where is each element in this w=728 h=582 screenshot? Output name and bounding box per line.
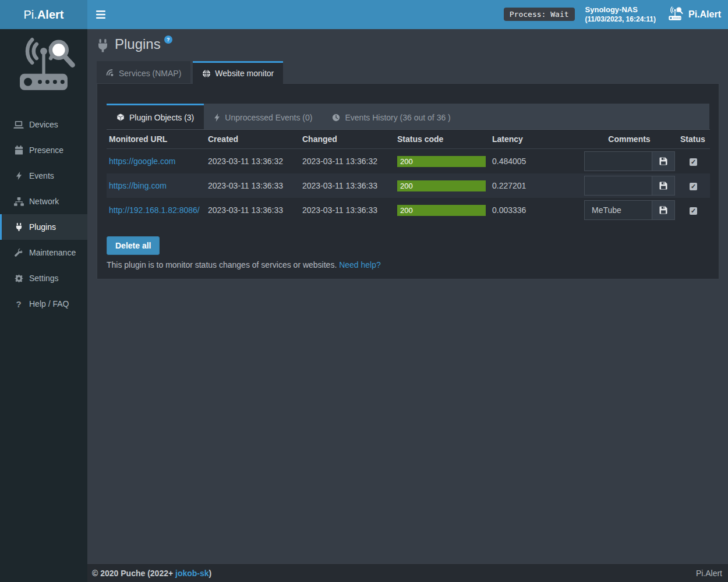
tab-plugin-objects[interactable]: Plugin Objects (3)	[107, 104, 204, 129]
wrench-icon	[13, 249, 24, 257]
bolt-icon	[13, 171, 24, 180]
latency-cell: 0.227201	[490, 173, 582, 198]
sitemap-icon	[13, 197, 24, 206]
comment-input[interactable]	[585, 201, 652, 219]
sidebar-item-label: Settings	[29, 274, 59, 283]
comment-input-group	[584, 200, 675, 220]
brand-logo-bold: Alert	[37, 8, 64, 22]
brand-logo[interactable]: Pi.Alert	[0, 0, 87, 29]
page-title: Plugins	[115, 37, 161, 51]
monitored-url-link[interactable]: https://google.com	[109, 157, 175, 166]
main-content: Plugins ? Services (NMAP) Website monito…	[87, 29, 728, 563]
col-header-monitored-url: Monitored URL	[107, 130, 206, 149]
status-checkbox[interactable]	[690, 158, 697, 166]
sidebar-item-devices[interactable]: Devices	[0, 112, 87, 137]
sidebar: Devices Presence Events Network	[0, 29, 87, 582]
col-header-comments: Comments	[582, 130, 678, 149]
tab-label: Services (NMAP)	[119, 69, 181, 78]
latency-cell: 0.484005	[490, 149, 582, 174]
sidebar-item-label: Help / FAQ	[29, 299, 69, 308]
sidebar-item-network[interactable]: Network	[0, 189, 87, 214]
sidebar-item-label: Events	[29, 171, 54, 180]
topbar-brand[interactable]: Pi.Alert	[666, 6, 721, 22]
laptop-icon	[13, 120, 24, 129]
sidebar-item-label: Network	[29, 197, 59, 206]
sidebar-item-label: Devices	[29, 120, 58, 129]
host-info: Synology-NAS (11/03/2023, 16:24:11)	[585, 5, 656, 24]
floppy-save-icon	[659, 157, 667, 165]
sidebar-item-maintenance[interactable]: Maintenance	[0, 240, 87, 265]
pialert-app: Pi.Alert Process: Wait Synology-NAS (11/…	[0, 0, 728, 582]
topbar-nav: Process: Wait Synology-NAS (11/03/2023, …	[87, 0, 728, 29]
need-help-link[interactable]: Need help?	[339, 260, 381, 269]
monitored-urls-table: Monitored URL Created Changed Status cod…	[107, 129, 710, 222]
comment-input[interactable]	[585, 152, 652, 171]
monitored-url-link[interactable]: http://192.168.1.82:8086/	[109, 205, 200, 215]
question-icon: ?	[13, 299, 24, 309]
router-logo-icon	[0, 29, 87, 104]
tab-events-history[interactable]: Events History (36 out of 36 )	[322, 104, 460, 129]
tab-unprocessed-events[interactable]: Unprocessed Events (0)	[204, 104, 322, 129]
sidebar-item-label: Presence	[29, 146, 63, 155]
topbar-right: Process: Wait Synology-NAS (11/03/2023, …	[504, 5, 728, 24]
plug-icon	[13, 223, 24, 232]
brand-logo-light: Pi.	[24, 8, 37, 22]
sidebar-item-help[interactable]: ? Help / FAQ	[0, 291, 87, 317]
page-help-badge[interactable]: ?	[164, 36, 172, 44]
comment-input-group	[584, 176, 675, 196]
changed-cell: 2023-03-11 13:36:33	[300, 173, 395, 198]
table-row: https://bing.com 2023-03-11 13:36:33 202…	[107, 173, 710, 198]
col-header-created: Created	[206, 130, 300, 149]
created-cell: 2023-03-11 13:36:33	[206, 198, 300, 222]
page-header: Plugins ?	[87, 29, 728, 53]
comment-input[interactable]	[585, 176, 652, 195]
col-header-status: Status	[678, 130, 710, 149]
table-header-row: Monitored URL Created Changed Status cod…	[107, 130, 710, 149]
plugin-tabs: Services (NMAP) Website monitor	[97, 61, 728, 83]
sidebar-toggle-button[interactable]	[87, 0, 114, 29]
status-code-badge: 200	[397, 180, 486, 191]
sidebar-item-settings[interactable]: Settings	[0, 265, 87, 291]
save-comment-button[interactable]	[652, 152, 674, 171]
tab-label: Events History (36 out of 36 )	[345, 113, 450, 122]
footer: © 2020 Puche (2022+ jokob-sk) Pi.Alert	[87, 563, 728, 582]
bolt-icon	[214, 113, 220, 122]
tab-services-nmap[interactable]: Services (NMAP)	[97, 61, 190, 83]
topbar-brand-label: Pi.Alert	[688, 9, 721, 20]
tab-label: Website monitor	[215, 69, 274, 78]
sidebar-item-label: Plugins	[29, 222, 56, 232]
tab-label: Plugin Objects (3)	[129, 113, 194, 122]
footer-copyright-suffix: )	[209, 569, 212, 578]
comment-input-group	[584, 151, 675, 171]
host-timestamp: (11/03/2023, 16:24:11)	[585, 15, 656, 24]
tab-label: Unprocessed Events (0)	[225, 113, 312, 122]
status-code-badge: 200	[397, 205, 486, 216]
topbar: Pi.Alert Process: Wait Synology-NAS (11/…	[0, 0, 728, 29]
footer-author-link[interactable]: jokob-sk	[175, 569, 209, 578]
status-checkbox[interactable]	[690, 207, 697, 215]
sidebar-item-events[interactable]: Events	[0, 163, 87, 189]
monitored-url-link[interactable]: https://bing.com	[109, 181, 167, 190]
gear-icon	[13, 274, 24, 283]
sidebar-item-label: Maintenance	[29, 248, 76, 257]
sidebar-item-plugins[interactable]: Plugins	[0, 214, 87, 240]
delete-all-button[interactable]: Delete all	[107, 236, 160, 255]
host-name: Synology-NAS	[585, 5, 656, 15]
floppy-save-icon	[659, 206, 667, 214]
plug-icon	[97, 39, 109, 53]
plugin-section-tabs: Plugin Objects (3) Unprocessed Events (0…	[107, 104, 709, 129]
sidebar-item-presence[interactable]: Presence	[0, 137, 87, 163]
col-header-changed: Changed	[300, 130, 395, 149]
footer-copyright: © 2020 Puche (2022+ jokob-sk)	[92, 569, 211, 578]
plugin-card: Plugin Objects (3) Unprocessed Events (0…	[97, 83, 719, 279]
save-comment-button[interactable]	[652, 201, 674, 219]
calendar-icon	[13, 146, 24, 155]
process-status-badge: Process: Wait	[504, 8, 575, 21]
status-checkbox[interactable]	[690, 183, 697, 190]
floppy-save-icon	[659, 182, 667, 190]
changed-cell: 2023-03-11 13:36:32	[300, 149, 395, 174]
tab-website-monitor[interactable]: Website monitor	[193, 61, 283, 84]
created-cell: 2023-03-11 13:36:32	[206, 149, 300, 174]
save-comment-button[interactable]	[652, 176, 674, 195]
cube-icon	[116, 113, 125, 122]
